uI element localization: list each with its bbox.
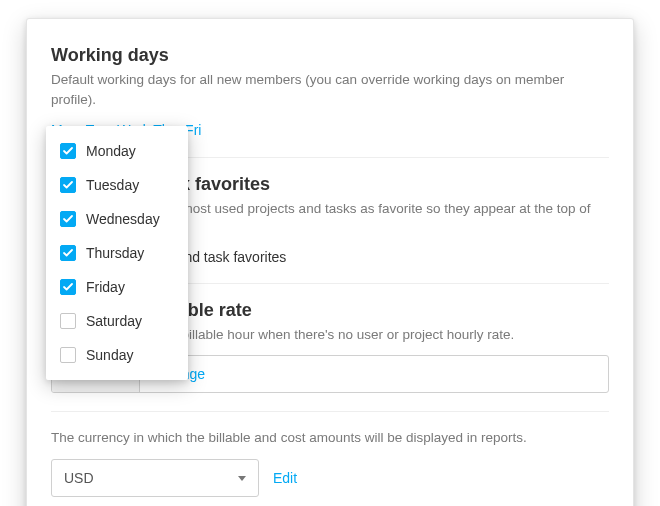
day-option-label: Wednesday — [86, 211, 160, 227]
currency-desc: The currency in which the billable and c… — [51, 428, 609, 448]
day-option-thursday[interactable]: Thursday — [46, 236, 188, 270]
working-days-title: Working days — [51, 45, 609, 66]
currency-value: USD — [64, 470, 94, 486]
day-option-label: Monday — [86, 143, 136, 159]
day-option-friday[interactable]: Friday — [46, 270, 188, 304]
day-option-monday[interactable]: Monday — [46, 134, 188, 168]
day-option-label: Sunday — [86, 347, 133, 363]
checkbox-icon — [60, 143, 76, 159]
checkbox-icon — [60, 313, 76, 329]
checkbox-icon — [60, 177, 76, 193]
day-option-saturday[interactable]: Saturday — [46, 304, 188, 338]
currency-edit-link[interactable]: Edit — [273, 470, 297, 486]
chevron-down-icon — [238, 476, 246, 481]
working-days-dropdown: Monday Tuesday Wednesday Thursday Friday… — [46, 126, 188, 380]
working-days-desc: Default working days for all new members… — [51, 70, 609, 111]
currency-select[interactable]: USD — [51, 459, 259, 497]
checkbox-icon — [60, 347, 76, 363]
day-option-tuesday[interactable]: Tuesday — [46, 168, 188, 202]
checkbox-icon — [60, 211, 76, 227]
checkbox-icon — [60, 279, 76, 295]
checkbox-icon — [60, 245, 76, 261]
day-option-sunday[interactable]: Sunday — [46, 338, 188, 372]
day-option-label: Saturday — [86, 313, 142, 329]
section-currency: The currency in which the billable and c… — [51, 411, 609, 506]
day-option-label: Thursday — [86, 245, 144, 261]
day-option-wednesday[interactable]: Wednesday — [46, 202, 188, 236]
day-option-label: Tuesday — [86, 177, 139, 193]
day-option-label: Friday — [86, 279, 125, 295]
